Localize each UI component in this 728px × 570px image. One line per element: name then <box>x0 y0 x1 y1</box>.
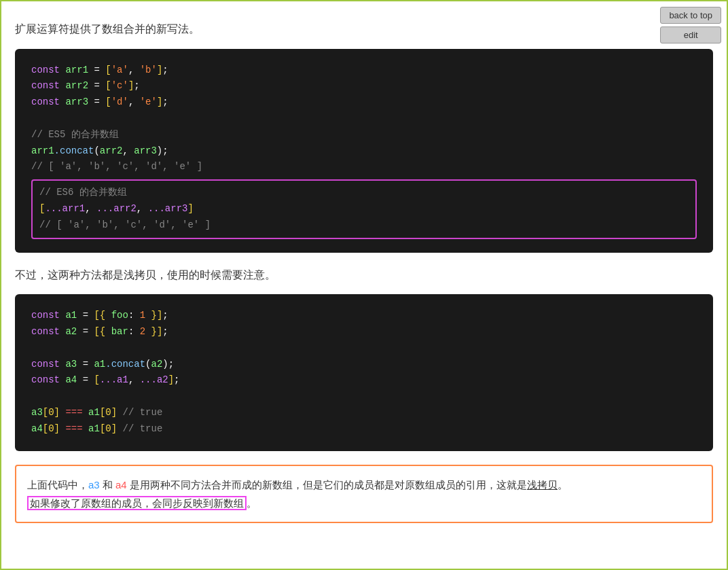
code-line: const arr1 = ['a', 'b']; <box>31 63 697 79</box>
code-line-empty <box>31 340 697 357</box>
note-part1: 上面代码中， <box>27 479 88 491</box>
code-line: [...arr1, ...arr2, ...arr3] <box>39 201 689 217</box>
highlight-box: // ES6 的合并数组 [...arr1, ...arr2, ...arr3]… <box>31 179 697 238</box>
code-line: const arr3 = ['d', 'e']; <box>31 94 697 111</box>
note-part2: 是用两种不同方法合并而成的新数组，但是它们的成员都是对原数组成员的引用，这就是 <box>127 479 527 491</box>
code-line: a4[0] === a1[0] // true <box>31 421 697 438</box>
code-line-empty <box>31 389 697 405</box>
code-line: const a2 = [{ bar: 2 }]; <box>31 324 697 340</box>
code-line: // [ 'a', 'b', 'c', 'd', 'e' ] <box>39 217 689 234</box>
edit-button[interactable]: edit <box>660 26 721 43</box>
code-line: // [ 'a', 'b', 'c', 'd', 'e' ] <box>31 159 697 175</box>
code-block-2: const a1 = [{ foo: 1 }]; const a2 = [{ b… <box>15 294 713 450</box>
note-box: 上面代码中，a3 和 a4 是用两种不同方法合并而成的新数组，但是它们的成员都是… <box>15 465 713 523</box>
note-and: 和 <box>100 479 115 491</box>
code-line: const arr2 = ['c']; <box>31 78 697 94</box>
page-wrapper: back to top edit 扩展运算符提供了数组合并的新写法。 const… <box>0 0 728 570</box>
note-shallow: 浅拷贝 <box>527 479 558 491</box>
code-block-1: const arr1 = ['a', 'b']; const arr2 = ['… <box>15 49 713 253</box>
code-line: const a4 = [...a1, ...a2]; <box>31 372 697 389</box>
note-a3: a3 <box>88 479 100 491</box>
code-line: // ES5 的合并数组 <box>31 127 697 143</box>
note-a4: a4 <box>115 479 127 491</box>
note-end: 。 <box>247 497 257 509</box>
code-line-empty <box>31 111 697 127</box>
top-buttons: back to top edit <box>660 7 721 43</box>
note-period: 。 <box>558 479 568 491</box>
code-line: a3[0] === a1[0] // true <box>31 405 697 421</box>
note-highlight: 如果修改了原数组的成员，会同步反映到新数组 <box>27 496 247 510</box>
back-to-top-button[interactable]: back to top <box>660 7 721 24</box>
code-line: const a1 = [{ foo: 1 }]; <box>31 308 697 324</box>
separator-text: 不过，这两种方法都是浅拷贝，使用的时候需要注意。 <box>15 266 713 284</box>
intro-text: 扩展运算符提供了数组合并的新写法。 <box>15 20 713 38</box>
code-line: arr1.concat(arr2, arr3); <box>31 143 697 160</box>
code-line: // ES6 的合并数组 <box>39 185 689 201</box>
code-line: const a3 = a1.concat(a2); <box>31 357 697 373</box>
